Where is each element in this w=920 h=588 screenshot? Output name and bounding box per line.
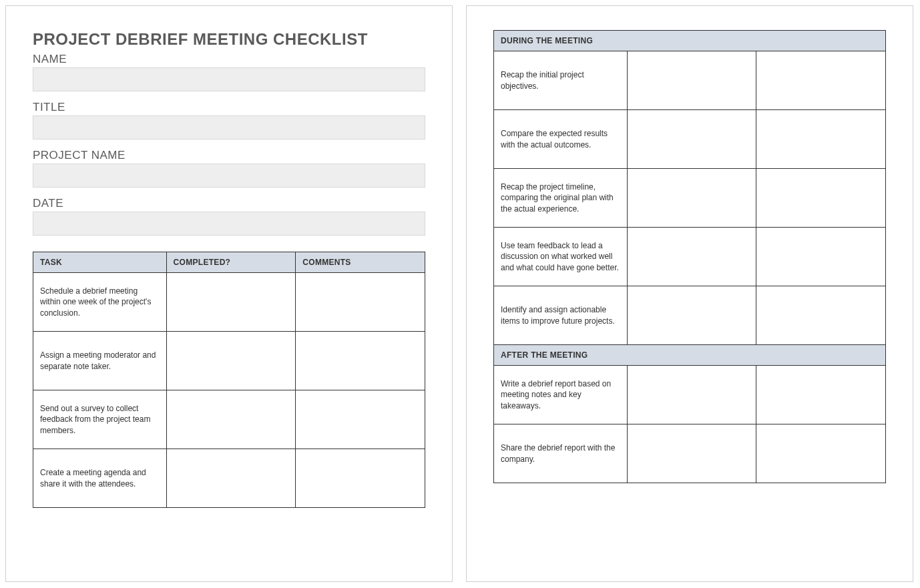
comments-cell[interactable] xyxy=(756,51,886,110)
completed-cell[interactable] xyxy=(627,286,756,345)
task-text: Share the debrief report with the compan… xyxy=(494,424,628,483)
date-field-group: DATE xyxy=(33,197,425,236)
comments-cell[interactable] xyxy=(756,286,886,345)
task-text: Compare the expected results with the ac… xyxy=(494,110,628,169)
completed-cell[interactable] xyxy=(166,390,296,449)
project-name-input[interactable] xyxy=(33,164,425,188)
title-field-group: TITLE xyxy=(33,101,425,139)
date-input[interactable] xyxy=(33,212,425,236)
task-text: Assign a meeting moderator and separate … xyxy=(33,332,167,390)
col-completed: COMPLETED? xyxy=(166,252,296,273)
table-row: Schedule a debrief meeting within one we… xyxy=(33,273,425,332)
table-row: Identify and assign actionable items to … xyxy=(494,286,886,345)
name-label: NAME xyxy=(33,53,425,66)
task-text: Write a debrief report based on meeting … xyxy=(494,366,628,424)
comments-cell[interactable] xyxy=(756,169,886,228)
table-row: Create a meeting agenda and share it wit… xyxy=(33,449,425,508)
table-row: Recap the project timeline, comparing th… xyxy=(494,169,886,228)
checklist-table-page2: DURING THE MEETING Recap the initial pro… xyxy=(493,30,886,483)
comments-cell[interactable] xyxy=(756,228,886,286)
completed-cell[interactable] xyxy=(627,169,756,228)
section-header-after: AFTER THE MEETING xyxy=(494,345,886,366)
document-page-2: DURING THE MEETING Recap the initial pro… xyxy=(466,5,913,582)
name-input[interactable] xyxy=(33,67,425,91)
section-after-label: AFTER THE MEETING xyxy=(494,345,886,366)
table-row: Compare the expected results with the ac… xyxy=(494,110,886,169)
completed-cell[interactable] xyxy=(627,51,756,110)
comments-cell[interactable] xyxy=(756,366,886,424)
completed-cell[interactable] xyxy=(627,424,756,483)
completed-cell[interactable] xyxy=(166,332,296,390)
comments-cell[interactable] xyxy=(296,390,425,449)
task-text: Schedule a debrief meeting within one we… xyxy=(33,273,167,332)
col-comments: COMMENTS xyxy=(296,252,425,273)
table-row: Write a debrief report based on meeting … xyxy=(494,366,886,424)
task-text: Recap the project timeline, comparing th… xyxy=(494,169,628,228)
title-input[interactable] xyxy=(33,115,425,139)
comments-cell[interactable] xyxy=(756,110,886,169)
section-during-label: DURING THE MEETING xyxy=(494,31,886,51)
comments-cell[interactable] xyxy=(756,424,886,483)
name-field-group: NAME xyxy=(33,53,425,91)
table-row: Send out a survey to collect feedback fr… xyxy=(33,390,425,449)
task-text: Use team feedback to lead a discussion o… xyxy=(494,228,628,286)
task-text: Identify and assign actionable items to … xyxy=(494,286,628,345)
task-text: Create a meeting agenda and share it wit… xyxy=(33,449,167,508)
document-title: PROJECT DEBRIEF MEETING CHECKLIST xyxy=(33,30,425,49)
comments-cell[interactable] xyxy=(296,273,425,332)
task-text: Send out a survey to collect feedback fr… xyxy=(33,390,167,449)
completed-cell[interactable] xyxy=(166,273,296,332)
comments-cell[interactable] xyxy=(296,332,425,390)
title-label: TITLE xyxy=(33,101,425,114)
document-page-1: PROJECT DEBRIEF MEETING CHECKLIST NAME T… xyxy=(5,5,453,582)
completed-cell[interactable] xyxy=(166,449,296,508)
section-header-during: DURING THE MEETING xyxy=(494,31,886,51)
checklist-table-page1: TASK COMPLETED? COMMENTS Schedule a debr… xyxy=(33,252,425,508)
completed-cell[interactable] xyxy=(627,366,756,424)
completed-cell[interactable] xyxy=(627,110,756,169)
project-name-label: PROJECT NAME xyxy=(33,149,425,162)
table-row: Assign a meeting moderator and separate … xyxy=(33,332,425,390)
task-text: Recap the initial project objectives. xyxy=(494,51,628,110)
completed-cell[interactable] xyxy=(627,228,756,286)
col-task: TASK xyxy=(33,252,167,273)
table-row: Use team feedback to lead a discussion o… xyxy=(494,228,886,286)
date-label: DATE xyxy=(33,197,425,210)
table-row: Recap the initial project objectives. xyxy=(494,51,886,110)
table-header-row: TASK COMPLETED? COMMENTS xyxy=(33,252,425,273)
project-name-field-group: PROJECT NAME xyxy=(33,149,425,188)
comments-cell[interactable] xyxy=(296,449,425,508)
table-row: Share the debrief report with the compan… xyxy=(494,424,886,483)
